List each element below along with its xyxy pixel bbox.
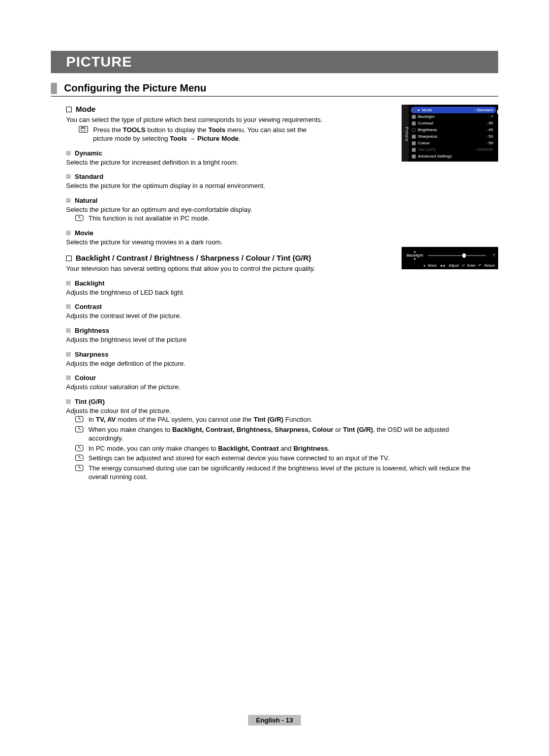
osd-label: Backlight [418, 114, 434, 119]
note-natural: ✎This function is not available in PC mo… [75, 214, 325, 223]
note-icon: ✎ [75, 416, 83, 422]
osd-label: Colour [418, 141, 430, 145]
t: TOOLS [123, 126, 146, 134]
desc: Selects the picture for viewing movies i… [66, 238, 325, 247]
t: Tint (G/R) [343, 426, 373, 433]
t: When you make changes to [88, 426, 172, 433]
osd-label: Tint (G/R) [418, 147, 436, 152]
square-icon [412, 148, 416, 152]
square-bullet-icon [66, 399, 71, 404]
page-number: English - 13 [248, 715, 301, 726]
checkbox-empty-icon [66, 107, 72, 112]
osd-value: : 95 [486, 121, 493, 125]
slider-track [428, 255, 486, 256]
note-icon: ✎ [75, 215, 83, 221]
h4-contrast: Contrast [66, 303, 325, 310]
mode-intro: You can select the type of picture which… [66, 115, 325, 124]
h4-backlight: Backlight [66, 279, 325, 287]
h4-movie: Movie [66, 229, 325, 237]
legend-enter: Enter [467, 264, 476, 267]
section-tint: Tint (G/R) Adjusts the colour tint of th… [51, 398, 473, 482]
h4-standard: Standard [66, 173, 325, 180]
osd-value: : 7 [489, 114, 493, 119]
square-bullet-icon [66, 174, 71, 179]
osd-row-mode: ▸Mode : Standard ▶ [411, 107, 496, 113]
square-icon [412, 141, 416, 145]
h4-text: Backlight [75, 279, 105, 287]
note-icon: ✎ [75, 426, 83, 432]
square-bullet-icon [66, 281, 71, 286]
t: TV, AV [96, 416, 115, 423]
slider-value: 7 [489, 253, 495, 258]
legend-return: Return [484, 264, 495, 267]
square-bullet-icon [66, 328, 71, 333]
square-icon [412, 135, 416, 139]
triangle-down-icon: ▼ [405, 258, 425, 261]
legend-adjust: Adjust [449, 264, 459, 267]
h4-text: Colour [75, 374, 96, 382]
slider-thumb [463, 254, 466, 258]
h4-text: Natural [75, 197, 98, 204]
h4-text: Movie [75, 229, 94, 237]
t: Press the [93, 126, 123, 134]
h4-text: Dynamic [75, 149, 102, 157]
content: Picture ▸Mode : Standard ▶ Backlight: 7 … [51, 105, 498, 482]
t: Function. [284, 416, 313, 423]
t: Tint (G/R) [254, 416, 284, 423]
section-mode: Mode You can select the type of picture … [51, 105, 325, 246]
note-text: This function is not available in PC mod… [88, 214, 209, 222]
desc: Adjusts the colour tint of the picture. [66, 406, 473, 416]
note-text: The energy consumed during use can be si… [88, 464, 471, 481]
osd-label: Advanced Settings [418, 154, 452, 159]
desc: Adjusts the brightness of LED back light… [66, 288, 325, 297]
osd-row: Advanced Settings [411, 153, 496, 160]
t: In PC mode, you can only make changes to [88, 445, 218, 452]
osd-row: Backlight: 7 [411, 113, 496, 120]
osd-value: : G50/R50 [475, 147, 493, 152]
circle-icon [412, 108, 416, 112]
h4-text: Tint (G/R) [75, 398, 105, 405]
section-heading: Configuring the Picture Menu [51, 82, 498, 97]
h3-mode: Mode [66, 105, 325, 113]
h3-text: Mode [76, 105, 96, 113]
page-footer: English - 13 [0, 715, 549, 726]
osd-row: Tint (G/R): G50/R50 [411, 146, 496, 153]
legend-move: Move [428, 264, 437, 267]
h4-text: Standard [75, 173, 103, 180]
checkbox-empty-icon [66, 256, 72, 261]
slider-label-text: Backlight [405, 253, 425, 258]
note-icon: ✎ [75, 445, 83, 451]
note-icon: ✎ [75, 465, 83, 471]
square-bullet-icon [66, 198, 71, 203]
t: Backlight, Contrast [218, 445, 279, 452]
heading-marker [51, 83, 57, 94]
title-bar: PICTURE [51, 51, 498, 73]
heading-text: Configuring the Picture Menu [64, 82, 206, 94]
osd-value: : 50 [486, 141, 493, 145]
h3-text: Backlight / Contrast / Brightness / Shar… [76, 254, 311, 262]
osd-row: Colour: 50 [411, 140, 496, 146]
h4-text: Sharpness [75, 351, 108, 358]
desc: Selects the picture for an optimum and e… [66, 205, 325, 214]
t: Backlight, Contrast, Brightness, Sharpne… [172, 426, 333, 433]
t: modes of the PAL system, you cannot use … [116, 416, 254, 423]
desc: Adjusts the brightness level of the pict… [66, 335, 325, 344]
section-quality: Backlight / Contrast / Brightness / Shar… [51, 254, 325, 391]
t: button to display the [145, 126, 208, 134]
tools-note: Press the TOOLS button to display the To… [79, 125, 325, 143]
osd-label: Contrast [418, 121, 433, 125]
note-4: ✎Settings can be adjusted and stored for… [75, 454, 473, 463]
t: or [333, 426, 343, 433]
h4-colour: Colour [66, 374, 325, 382]
square-icon [412, 115, 416, 119]
note-1: ✎ In TV, AV modes of the PAL system, you… [75, 415, 473, 424]
osd-label: Mode [422, 108, 432, 112]
h4-text: Brightness [75, 327, 109, 334]
h4-sharpness: Sharpness [66, 351, 325, 358]
t: Tools [208, 126, 226, 134]
desc: Selects the picture for the optimum disp… [66, 181, 325, 191]
circle-icon [412, 128, 416, 132]
note-icon: ✎ [75, 455, 83, 461]
osd-value: : 50 [486, 134, 493, 139]
note-3: ✎ In PC mode, you can only make changes … [75, 444, 473, 453]
